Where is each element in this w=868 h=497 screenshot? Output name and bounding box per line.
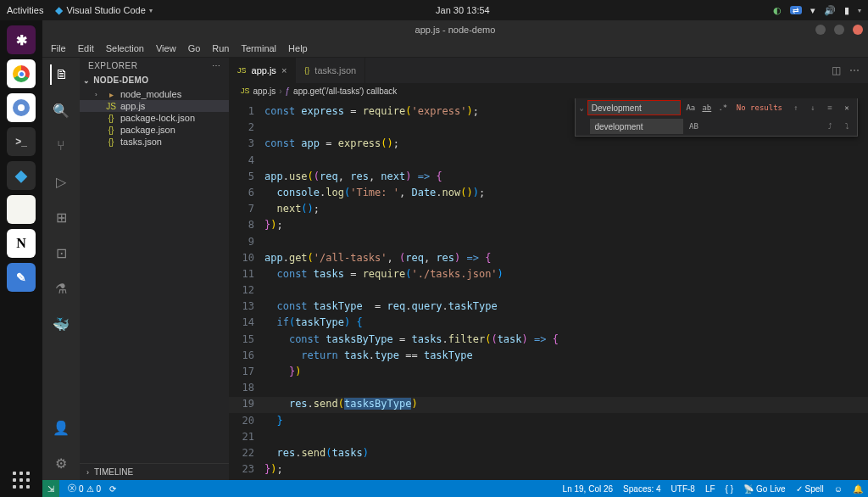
dock-chromium-icon[interactable] [7,93,36,122]
dock-notion-icon[interactable]: N [7,229,36,258]
project-name: NODE-DEMO [93,75,148,85]
active-app-menu[interactable]: ◆ Visual Studio Code ▾ [55,4,152,16]
testing-icon[interactable]: ⚗ [51,278,71,299]
tree-item-package-lock-json[interactable]: {}package-lock.json [80,112,229,124]
network-icon[interactable]: ▾ [810,5,815,16]
activity-bar: 🗎 🔍 ⑂ ▷ ⊞ ⊡ ⚗ 🐳 👤 ⚙ [42,58,80,480]
notifications-icon[interactable]: 🔔 [853,484,863,494]
explorer-sidebar: EXPLORER ⋯ ⌄ NODE-DEMO ›▸node_modulesJSa… [80,58,229,480]
more-actions-icon[interactable]: ⋯ [849,64,860,76]
indentation[interactable]: Spaces: 4 [623,484,660,494]
symbol-icon: ƒ [286,87,291,96]
menu-help[interactable]: Help [288,43,308,53]
tree-item-tasks-json[interactable]: {}tasks.json [80,136,229,148]
volume-icon[interactable]: 🔊 [824,5,836,16]
problems-indicator[interactable]: ⓧ0 ⚠0 [68,483,101,494]
ubuntu-dock: ✱ >_ ◆ N ✎ [0,20,42,497]
spell-check[interactable]: ✓ Spell [796,484,824,494]
find-input[interactable] [587,100,681,115]
docker-icon[interactable]: 🐳 [51,314,71,334]
maximize-button[interactable] [834,25,844,35]
toggle-replace-icon[interactable]: ⌄ [579,102,583,114]
find-prev-icon[interactable]: ↑ [789,101,803,114]
cursor-position[interactable]: Ln 19, Col 26 [563,484,614,494]
extensions-icon[interactable]: ⊞ [51,207,71,227]
tray-icon[interactable]: ◐ [773,5,782,16]
tree-item-node_modules[interactable]: ›▸node_modules [80,88,229,100]
go-live[interactable]: 📡Go Live [743,484,785,494]
gnome-top-bar: Activities ◆ Visual Studio Code ▾ Jan 30… [0,0,868,20]
tree-item-app-js[interactable]: JSapp.js [80,100,229,112]
code-editor[interactable]: 1234567891011121314151617181920212223242… [229,98,868,480]
sidebar-more-icon[interactable]: ⋯ [212,61,221,70]
source-control-icon[interactable]: ⑂ [51,136,71,156]
menubar: FileEditSelectionViewGoRunTerminalHelp [42,39,868,58]
window-title: app.js - node-demo [42,25,868,35]
tray-icon[interactable]: ⇄ [790,6,802,14]
minimize-button[interactable] [815,25,826,35]
broadcast-icon: 📡 [743,484,754,494]
match-word-icon[interactable]: ab [700,101,714,114]
tab-app-js[interactable]: JSapp.js× [229,58,296,83]
close-find-icon[interactable]: ✕ [840,101,854,114]
encoding[interactable]: UTF-8 [671,484,695,494]
dock-slack-icon[interactable]: ✱ [7,25,36,54]
vscode-window: app.js - node-demo FileEditSelectionView… [42,20,868,497]
dock-app-icon[interactable]: ✎ [7,263,36,292]
close-tab-icon[interactable]: × [281,65,287,75]
timeline-section[interactable]: › TIMELINE [80,463,229,480]
eol[interactable]: LF [705,484,715,494]
file-icon: JS [241,87,250,95]
split-editor-icon[interactable]: ◫ [832,64,841,76]
match-case-icon[interactable]: Aa [684,101,698,114]
breadcrumb[interactable]: JS app.js › ƒ app.get('/all-tasks') call… [229,83,868,98]
remote-indicator[interactable]: ⇲ [42,480,59,497]
replace-one-icon[interactable]: ⤴ [823,120,837,133]
tab-tasks-json[interactable]: {}tasks.json [296,58,365,83]
battery-icon[interactable]: ▮ [844,5,849,16]
status-bar: ⇲ ⓧ0 ⚠0 ⟳ Ln 19, Col 26 Spaces: 4 UTF-8 … [42,480,868,497]
project-section-header[interactable]: ⌄ NODE-DEMO [80,74,229,87]
menu-edit[interactable]: Edit [78,43,94,53]
settings-gear-icon[interactable]: ⚙ [51,453,71,473]
dock-vscode-icon[interactable]: ◆ [7,161,36,190]
accounts-icon[interactable]: 👤 [51,417,71,438]
menu-terminal[interactable]: Terminal [242,43,277,53]
dock-terminal-icon[interactable]: >_ [7,127,36,156]
find-next-icon[interactable]: ↓ [806,101,820,114]
dock-apps-grid-icon[interactable] [13,472,30,489]
menu-go[interactable]: Go [188,43,201,53]
tree-item-package-json[interactable]: {}package.json [80,124,229,136]
close-button[interactable] [853,25,863,35]
language-mode[interactable]: { } [726,484,733,494]
feedback-icon[interactable]: ☺ [834,484,843,494]
editor-tabs: JSapp.js×{}tasks.json ◫ ⋯ [229,58,868,83]
timeline-label: TIMELINE [94,467,133,477]
menu-selection[interactable]: Selection [106,43,144,53]
port-indicator[interactable]: ⟳ [109,484,116,494]
explorer-icon[interactable]: 🗎 [50,64,70,85]
search-icon[interactable]: 🔍 [51,100,71,120]
dock-chrome-icon[interactable] [7,59,36,88]
editor-area: JSapp.js×{}tasks.json ◫ ⋯ JS app.js › ƒ … [229,58,868,480]
breadcrumb-symbol[interactable]: app.get('/all-tasks') callback [293,87,397,96]
activities-button[interactable]: Activities [7,5,43,15]
find-results-label: No results [737,102,782,114]
find-selection-icon[interactable]: ≡ [823,101,837,114]
error-icon: ⓧ [68,483,76,494]
menu-file[interactable]: File [51,43,66,53]
preserve-case-icon[interactable]: AB [687,120,700,133]
replace-input[interactable] [590,119,683,134]
menu-view[interactable]: View [156,43,176,53]
breadcrumb-file[interactable]: app.js [253,87,276,96]
replace-all-icon[interactable]: ⤵ [840,120,854,133]
file-tree: ›▸node_modulesJSapp.js{}package-lock.jso… [80,87,229,149]
menu-run[interactable]: Run [212,43,229,53]
remote-icon[interactable]: ⊡ [51,243,71,263]
clock[interactable]: Jan 30 13:54 [153,5,773,15]
dock-files-icon[interactable] [7,195,36,224]
regex-icon[interactable]: .* [716,101,730,114]
window-titlebar: app.js - node-demo [42,20,868,39]
sidebar-title: EXPLORER [88,61,137,70]
run-debug-icon[interactable]: ▷ [51,171,71,192]
